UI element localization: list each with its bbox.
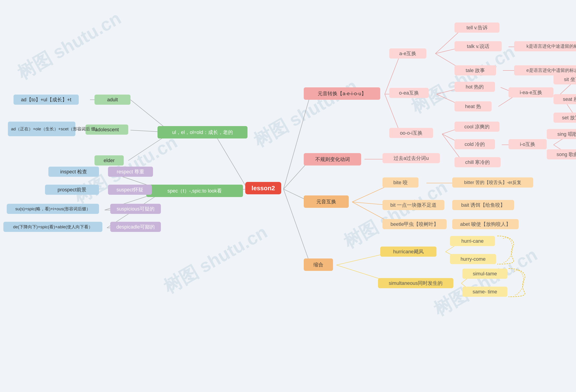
de-spic-node[interactable]: de(下降向下)+spic(看)+able(使人向下看） bbox=[3, 222, 102, 232]
bugui-biandong-node[interactable]: 不规则变化动词 bbox=[304, 153, 361, 165]
ul-el-ol-label: ul，el，ol=old：成长，老的 bbox=[172, 129, 233, 136]
watermark-3: 树图 shutu.cn bbox=[159, 220, 272, 299]
respect-node[interactable]: respect 尊重 bbox=[108, 167, 153, 177]
despicable-label: despicadle可鄙的 bbox=[116, 224, 155, 230]
simul-tame-label: simul-tame bbox=[473, 271, 497, 277]
sit-node[interactable]: sit 坐下 bbox=[553, 74, 576, 85]
simultaneous-node[interactable]: simultaneous同时发生的 bbox=[378, 278, 453, 288]
bitter-node[interactable]: bitter 苦的【咬舌头】-er反复 bbox=[452, 178, 533, 187]
guoqu-node[interactable]: 过去a过去分词u bbox=[382, 153, 440, 163]
io-huhuan-label: i-o互换 bbox=[520, 141, 535, 148]
despicable-node[interactable]: despicadle可鄙的 bbox=[110, 222, 161, 232]
yuyin-zhuanhua-node[interactable]: 元音转换【a-e-i-o-u】 bbox=[304, 87, 380, 100]
suohe-label: 缩合 bbox=[314, 261, 323, 268]
hurri-cane-node[interactable]: hurri-cane bbox=[450, 236, 495, 246]
su-spic-node[interactable]: su(s)+spic(略，看)+i+ous(形容词后缀） bbox=[7, 204, 99, 214]
chill-label: chill 寒冷的 bbox=[465, 159, 490, 166]
seat-node[interactable]: seat 座位 bbox=[553, 94, 576, 104]
svg-line-2 bbox=[284, 94, 311, 189]
e-yuyan-node[interactable]: e是语言进化中遗留的标志 bbox=[514, 65, 576, 75]
hurricane-node[interactable]: hurricane飓风 bbox=[380, 246, 436, 257]
hurri-cane-label: hurri-cane bbox=[461, 238, 484, 244]
ae-huhuan-node[interactable]: a-e互换 bbox=[389, 48, 426, 59]
hurry-come-node[interactable]: hurry-come bbox=[450, 254, 496, 264]
suspicious-label: suspicious可疑的 bbox=[116, 206, 155, 212]
iea-huhuan-node[interactable]: i-ea-e互换 bbox=[509, 87, 553, 97]
k-yuyan-node[interactable]: k是语言进化中途遗留的标志 bbox=[514, 41, 576, 51]
k-yuyan-label: k是语言进化中途遗留的标志 bbox=[526, 43, 576, 49]
simul-tame-node[interactable]: simul-tame bbox=[462, 269, 507, 279]
bite-node[interactable]: bite 咬 bbox=[382, 178, 419, 187]
hot-label: hot 热的 bbox=[466, 84, 484, 90]
ad-ole-label: ad（正在）+ole（生长）+scet（形容词后 缀） bbox=[11, 126, 100, 132]
beetle-node[interactable]: beetle甲虫【咬树叶】 bbox=[382, 219, 447, 229]
hurry-come-label: hurry-come bbox=[461, 256, 486, 262]
hot-node[interactable]: hot 热的 bbox=[455, 82, 495, 92]
sing-label: sing 唱歌 bbox=[557, 131, 576, 138]
inspect-node[interactable]: inspect 检查 bbox=[48, 167, 99, 177]
ul-el-ol-node[interactable]: ul，el，ol=old：成长，老的 bbox=[157, 126, 248, 138]
chill-node[interactable]: chill 寒冷的 bbox=[455, 157, 501, 167]
hurricane-label: hurricane飓风 bbox=[393, 248, 424, 255]
suspect-node[interactable]: suspect怀疑 bbox=[108, 185, 152, 195]
cold-node[interactable]: cold 冷的 bbox=[455, 139, 495, 149]
dashed-curves bbox=[0, 0, 576, 392]
adult-node[interactable]: adult bbox=[94, 94, 131, 105]
center-node[interactable]: lesson2 bbox=[245, 182, 281, 194]
inspect-label: inspect 检查 bbox=[60, 168, 87, 175]
tale-node[interactable]: tale 故事 bbox=[455, 65, 496, 75]
oea-huhuan-label: o-ea互换 bbox=[399, 90, 419, 96]
yuyin-huhuan-label: 元音互换 bbox=[316, 198, 336, 205]
cold-label: cold 冷的 bbox=[465, 141, 485, 148]
yuyin-huhuan-node[interactable]: 元音互换 bbox=[304, 195, 349, 208]
tale-label: tale 故事 bbox=[466, 67, 485, 74]
suohe-node[interactable]: 缩合 bbox=[304, 258, 333, 271]
song-label: song 歌曲 bbox=[557, 151, 576, 158]
prospect-node[interactable]: prospect前景 bbox=[45, 185, 99, 195]
set-node[interactable]: set 放置 bbox=[553, 113, 576, 123]
watermark-1: 树图 shutu.cn bbox=[13, 6, 126, 85]
su-spic-label: su(s)+spic(略，看)+i+ous(形容词后缀） bbox=[15, 206, 90, 212]
talk-node[interactable]: talk v.说话 bbox=[455, 41, 502, 51]
cool-node[interactable]: cool 凉爽的 bbox=[455, 121, 499, 132]
ooi-huhuan-node[interactable]: oo-o-i互换 bbox=[389, 128, 433, 138]
talk-label: talk v.说话 bbox=[467, 43, 489, 50]
cool-label: cool 凉爽的 bbox=[464, 123, 490, 130]
oea-huhuan-node[interactable]: o-ea互换 bbox=[389, 88, 429, 98]
spec-spic-node[interactable]: spec（t）-,spic:to look看 bbox=[146, 185, 243, 197]
ad-to-ul-node[interactable]: ad【to】+ul【成长】+t bbox=[13, 94, 79, 105]
connection-lines bbox=[0, 0, 576, 392]
sing-node[interactable]: sing 唱歌 bbox=[547, 129, 576, 139]
abet-node[interactable]: abet 唆使【放狗咬人】 bbox=[452, 219, 519, 229]
de-spic-label: de(下降向下)+spic(看)+able(使人向下看） bbox=[13, 224, 93, 230]
heat-node[interactable]: heat 热 bbox=[455, 101, 492, 112]
elder-label: elder bbox=[104, 158, 115, 163]
beetle-label: beetle甲虫【咬树叶】 bbox=[391, 221, 439, 228]
seat-label: seat 座位 bbox=[563, 96, 576, 103]
adult-label: adult bbox=[107, 97, 118, 103]
same-time-node[interactable]: same- time bbox=[462, 287, 507, 297]
bitter-label: bitter 苦的【咬舌头】-er反复 bbox=[464, 180, 521, 185]
e-yuyan-label: e是语言进化中遗留的标志 bbox=[526, 67, 576, 73]
prospect-label: prospect前景 bbox=[58, 186, 86, 193]
ooi-huhuan-label: oo-o-i互换 bbox=[400, 130, 422, 136]
tell-label: tell v.告诉 bbox=[466, 24, 488, 31]
bugui-biandong-label: 不规则变化动词 bbox=[315, 156, 350, 163]
yuyin-zhuanhua-label: 元音转换【a-e-i-o-u】 bbox=[318, 90, 366, 97]
center-label: lesson2 bbox=[252, 185, 275, 192]
iea-huhuan-label: i-ea-e互换 bbox=[520, 89, 542, 96]
elder-node[interactable]: elder bbox=[94, 155, 124, 165]
sit-label: sit 坐下 bbox=[564, 76, 576, 83]
ad-ole-node[interactable]: ad（正在）+ole（生长）+scet（形容词后 缀） bbox=[8, 121, 75, 136]
bait-node[interactable]: bait 诱饵【给鱼咬】 bbox=[452, 200, 514, 210]
song-node[interactable]: song 歌曲 bbox=[547, 149, 576, 159]
watermark-4: 树图 shutu.cn bbox=[249, 74, 362, 153]
tell-node[interactable]: tell v.告诉 bbox=[455, 23, 499, 33]
bit-node[interactable]: bit 一点一块微不足道 bbox=[382, 200, 444, 210]
io-huhuan-node[interactable]: i-o互换 bbox=[509, 139, 547, 149]
heat-label: heat 热 bbox=[465, 103, 481, 110]
bite-label: bite 咬 bbox=[393, 179, 408, 186]
suspicious-node[interactable]: suspicious可疑的 bbox=[110, 204, 161, 214]
svg-line-0 bbox=[214, 132, 248, 189]
spec-spic-label: spec（t）-,spic:to look看 bbox=[167, 187, 222, 194]
